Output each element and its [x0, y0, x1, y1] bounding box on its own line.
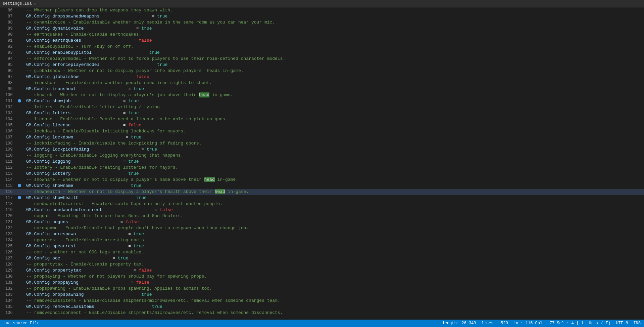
- title-bar: settings.lua ✕: [0, 0, 644, 7]
- assign-operator: =: [71, 159, 129, 164]
- table-row: 92-- enablebuypistol - Turn /buy on of o…: [0, 44, 644, 50]
- value-true: true: [147, 147, 157, 152]
- assign-operator: =: [73, 183, 131, 188]
- table-row: 129GM.Config.propertytax = false: [0, 268, 644, 274]
- line-number: 135: [0, 304, 17, 310]
- highlighted-word: head: [199, 92, 209, 97]
- value-true: true: [141, 292, 152, 297]
- code-cell: -- lockdown - Enable/Disable initiating …: [22, 128, 644, 134]
- code-cell: GM.Config.enablebuypistol = true: [22, 50, 644, 56]
- line-number: 90: [0, 32, 17, 38]
- table-row: 134-- removeclassitems - Enable/disable …: [0, 298, 644, 304]
- table-row: 124-- npcarrest - Enable/disable arresti…: [0, 237, 644, 243]
- table-row: 128-- propertytax - Enable/disable prope…: [0, 261, 644, 268]
- code-cell: GM.Config.lockdown = true: [22, 134, 644, 140]
- code-cell: GM.Config.npcarrest = true: [22, 243, 644, 249]
- comment-text: -- noguns - Enabling this feature bans G…: [26, 213, 183, 218]
- table-row: 117GM.Config.showhealth = true: [0, 195, 644, 201]
- line-number: 124: [0, 237, 17, 243]
- line-number: 132: [0, 286, 17, 292]
- assign-operator: =: [84, 26, 142, 31]
- line-number: 123: [0, 231, 17, 237]
- value-true: true: [128, 98, 139, 104]
- gutter-cell: [17, 268, 22, 274]
- config-key: GM.Config.showjob: [26, 98, 71, 104]
- value-true: true: [134, 86, 144, 91]
- highlighted-word: head: [215, 189, 225, 194]
- line-number: 127: [0, 255, 17, 261]
- line-number: 111: [0, 159, 17, 165]
- breakpoint-dot[interactable]: [18, 99, 21, 103]
- line-number: 117: [0, 195, 17, 201]
- code-cell: -- removeondisconnect - Enable/disable s…: [22, 310, 644, 316]
- table-row: 112-- lottery - Enable/disable creating …: [0, 165, 644, 171]
- close-tab-button[interactable]: ✕: [34, 1, 36, 6]
- assign-operator: =: [79, 280, 136, 285]
- breakpoint-dot[interactable]: [18, 196, 21, 199]
- line-number: 133: [0, 292, 17, 298]
- table-row: 108-- lockpickfading - Enable/disable th…: [0, 140, 644, 147]
- value-true: true: [131, 183, 141, 188]
- code-cell: -- dynamicvoice - Enable/disable whether…: [22, 19, 644, 26]
- comment-text: -- letters - Enable/disable letter writi…: [26, 105, 162, 110]
- line-number: 120: [0, 213, 17, 219]
- line-number: 102: [0, 104, 17, 110]
- value-false: false: [136, 280, 149, 285]
- length-label: length: 26 349: [442, 321, 476, 326]
- editor-area[interactable]: 86-- Whether players can drop the weapon…: [0, 7, 644, 320]
- gutter-cell: [17, 147, 22, 153]
- comment-text: -- globalshow - Whether or not to displa…: [26, 68, 244, 73]
- table-row: 118-- needwantedforarrest - Enable/disab…: [0, 201, 644, 207]
- table-row: 121GM.Config.noguns = false: [0, 219, 644, 225]
- gutter-cell: [17, 98, 22, 104]
- table-row: 120-- noguns - Enabling this feature ban…: [0, 213, 644, 219]
- value-true: true: [128, 159, 139, 164]
- line-number: 93: [0, 50, 17, 56]
- table-row: 96-- globalshow - Whether or not to disp…: [0, 68, 644, 74]
- assign-operator: =: [81, 38, 139, 43]
- code-cell: GM.Config.dropspawnedweapons = true: [22, 13, 644, 19]
- tab-label[interactable]: settings.lua: [3, 1, 32, 6]
- code-cell: -- globalshow - Whether or not to displa…: [22, 68, 644, 74]
- code-cell: GM.Config.propertytax = false: [22, 268, 644, 274]
- code-cell: -- ironshoot - Enable/disable whether pe…: [22, 80, 644, 86]
- config-key: GM.Config.noguns: [26, 219, 68, 224]
- table-row: 110-- logging - Enable/disable logging e…: [0, 153, 644, 159]
- value-false: false: [139, 38, 152, 43]
- breakpoint-dot[interactable]: [18, 184, 21, 187]
- code-cell: GM.Config.license = false: [22, 122, 644, 128]
- line-number: 113: [0, 171, 17, 177]
- table-row: 102-- letters - Enable/disable letter wr…: [0, 104, 644, 110]
- table-row: 132-- propspawning - Enable/disable prop…: [0, 286, 644, 292]
- code-cell: -- enforceplayermodel - Whether or not t…: [22, 56, 644, 62]
- gutter-cell: [17, 171, 22, 177]
- assign-operator: =: [92, 50, 149, 55]
- comment-text: -- lottery - Enable/disable creating lot…: [26, 165, 178, 170]
- value-true: true: [149, 50, 160, 55]
- table-row: 103GM.Config.letters = true: [0, 110, 644, 116]
- line-number: 103: [0, 110, 17, 116]
- code-cell: GM.Config.noguns = false: [22, 219, 644, 225]
- gutter-cell: [17, 7, 22, 13]
- value-false: false: [139, 268, 152, 273]
- table-row: 101GM.Config.showjob = true: [0, 98, 644, 104]
- code-cell: -- showname - Whether or not to display …: [22, 177, 644, 183]
- line-number: 104: [0, 116, 17, 122]
- code-cell: GM.Config.ironshoot = true: [22, 86, 644, 92]
- encoding-label: UTF-8: [616, 321, 628, 326]
- mode-label: INS: [633, 321, 641, 326]
- value-true: true: [134, 244, 144, 249]
- line-number: 115: [0, 183, 17, 189]
- gutter-cell: [17, 183, 22, 189]
- line-number: 107: [0, 134, 17, 140]
- gutter-cell: [17, 189, 22, 195]
- table-row: 115GM.Config.showname = true: [0, 183, 644, 189]
- code-cell: -- lockpickfading - Enable/disable the l…: [22, 140, 644, 147]
- value-true: true: [157, 14, 167, 19]
- gutter-cell: [17, 62, 22, 68]
- code-cell: GM.Config.logging = true: [22, 159, 644, 165]
- comment-post: in-game.: [209, 92, 233, 97]
- line-number: 92: [0, 44, 17, 50]
- assign-operator: =: [79, 74, 136, 79]
- code-cell: -- logging - Enable/disable logging ever…: [22, 153, 644, 159]
